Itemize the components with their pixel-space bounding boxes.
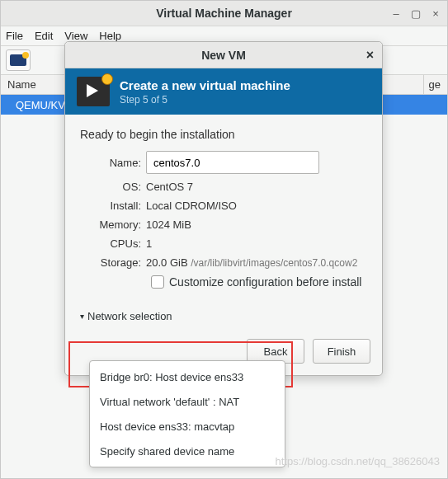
label-name: Name: <box>80 157 146 169</box>
window-controls: – ▢ × <box>389 7 442 20</box>
dialog-body: Ready to begin the installation Name: OS… <box>65 115 382 332</box>
main-window-title: Virtual Machine Manager <box>1 7 447 20</box>
network-expander[interactable]: Network selection <box>80 310 367 322</box>
storage-size: 20.0 GiB <box>146 256 188 269</box>
new-vm-button[interactable] <box>6 49 31 71</box>
storage-path: /var/lib/libvirt/images/centos7.0.qcow2 <box>191 257 357 269</box>
label-memory: Memory: <box>80 218 146 231</box>
customize-label: Customize configuration before install <box>169 275 361 289</box>
dialog-title: New VM <box>65 49 382 62</box>
value-cpus: 1 <box>146 237 367 250</box>
name-input[interactable] <box>146 151 319 174</box>
ready-text: Ready to begin the installation <box>80 128 367 141</box>
network-dropdown: Bridge br0: Host device ens33 Virtual ne… <box>89 360 285 467</box>
value-os: CentOS 7 <box>146 181 367 193</box>
monitor-new-icon <box>10 54 26 66</box>
label-os: OS: <box>80 181 146 193</box>
menu-file[interactable]: File <box>6 30 23 42</box>
dialog-header-title: Create a new virtual machine <box>120 78 290 92</box>
col-usage[interactable]: ge <box>429 78 447 91</box>
label-cpus: CPUs: <box>80 237 146 250</box>
close-icon[interactable]: × <box>429 7 442 20</box>
dialog-titlebar: New VM × <box>65 42 382 68</box>
menu-edit[interactable]: Edit <box>35 30 53 42</box>
label-install: Install: <box>80 200 146 212</box>
customize-checkbox[interactable] <box>151 275 164 289</box>
watermark: https://blog.csdn.net/qq_38626043 <box>276 455 441 467</box>
main-titlebar: Virtual Machine Manager – ▢ × <box>1 1 447 26</box>
network-section: Network selection <box>80 310 367 322</box>
dialog-header-text: Create a new virtual machine Step 5 of 5 <box>120 78 290 106</box>
dialog-header: Create a new virtual machine Step 5 of 5 <box>65 68 382 115</box>
value-storage: 20.0 GiB /var/lib/libvirt/images/centos7… <box>146 256 367 269</box>
net-option-nat[interactable]: Virtual network 'default' : NAT <box>90 389 285 414</box>
value-memory: 1024 MiB <box>146 218 367 231</box>
finish-button[interactable]: Finish <box>313 339 370 364</box>
label-storage: Storage: <box>80 256 146 269</box>
customize-row[interactable]: Customize configuration before install <box>151 275 367 289</box>
host-label: QEMU/KV <box>16 99 65 111</box>
minimize-icon[interactable]: – <box>389 7 403 20</box>
maximize-icon[interactable]: ▢ <box>409 7 422 20</box>
menu-help[interactable]: Help <box>99 30 121 42</box>
network-label: Network selection <box>87 310 172 322</box>
header-divider <box>423 75 424 94</box>
net-option-macvtap[interactable]: Host device ens33: macvtap <box>90 414 285 439</box>
new-vm-dialog: New VM × Create a new virtual machine St… <box>64 41 383 376</box>
net-option-bridge[interactable]: Bridge br0: Host device ens33 <box>90 364 285 389</box>
net-option-shared[interactable]: Specify shared device name <box>90 439 285 463</box>
dialog-close-icon[interactable]: × <box>366 48 374 63</box>
dialog-step: Step 5 of 5 <box>120 94 290 106</box>
menu-view[interactable]: View <box>64 30 87 42</box>
vm-icon <box>77 77 110 106</box>
value-install: Local CDROM/ISO <box>146 200 367 212</box>
